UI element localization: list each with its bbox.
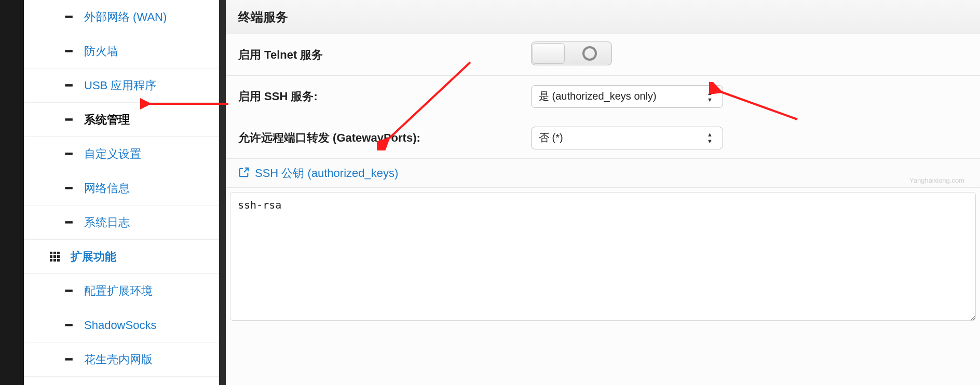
sidebar-item-system-admin[interactable]: ━ 系统管理 — [24, 103, 219, 137]
ssh-keys-textarea-wrap — [226, 188, 980, 323]
sidebar-group-label: 扩展功能 — [71, 249, 116, 265]
ssh-keys-textarea[interactable] — [230, 192, 976, 321]
sidebar-item-oray-phddns[interactable]: ━ 花生壳内网版 — [24, 342, 219, 377]
sidebar-item-config-ext-env[interactable]: ━ 配置扩展环境 — [24, 274, 219, 308]
ssh-select[interactable]: 是 (authorized_keys only) ▲▼ — [531, 85, 723, 108]
minus-icon: ━ — [61, 216, 76, 229]
gatewayports-label: 允许远程端口转发 (GatewayPorts): — [238, 130, 531, 146]
minus-icon: ━ — [61, 45, 76, 58]
row-gatewayports: 允许远程端口转发 (GatewayPorts): 否 (*) ▲▼ — [226, 117, 980, 159]
minus-icon: ━ — [61, 10, 76, 24]
svg-rect-6 — [50, 259, 52, 262]
sidebar-group-extensions[interactable]: 扩展功能 — [24, 240, 219, 274]
sidebar-item-label: 防火墙 — [84, 44, 118, 59]
minus-icon: ━ — [61, 182, 76, 195]
sidebar-item-label: 网络信息 — [84, 181, 130, 196]
row-ssh: 启用 SSH 服务: 是 (authorized_keys only) ▲▼ — [226, 76, 980, 117]
sidebar-item-label: 配置扩展环境 — [84, 283, 153, 299]
gatewayports-select-value: 否 (*) — [539, 131, 563, 145]
sidebar-item-network-info[interactable]: ━ 网络信息 — [24, 171, 219, 205]
minus-icon: ━ — [61, 319, 76, 332]
ssh-label: 启用 SSH 服务: — [238, 89, 531, 104]
row-telnet: 启用 Telnet 服务 — [226, 34, 980, 76]
sidebar-item-firewall[interactable]: ━ 防火墙 — [24, 34, 219, 68]
minus-icon: ━ — [61, 147, 76, 161]
sidebar-item-usb-apps[interactable]: ━ USB 应用程序 — [24, 68, 219, 103]
svg-rect-3 — [50, 255, 52, 258]
sidebar-item-label: 外部网络 (WAN) — [84, 9, 167, 25]
sidebar-item-system-log[interactable]: ━ 系统日志 — [24, 205, 219, 240]
sidebar-item-wan[interactable]: ━ 外部网络 (WAN) — [24, 0, 219, 34]
share-icon — [238, 167, 250, 181]
sidebar-item-label: 系统管理 — [84, 112, 130, 128]
grid-icon — [48, 252, 62, 262]
sidebar-item-label: ShadowSocks — [84, 319, 156, 332]
sidebar-item-label: 系统日志 — [84, 215, 130, 230]
sidebar-item-custom-settings[interactable]: ━ 自定义设置 — [24, 137, 219, 171]
chevron-updown-icon: ▲▼ — [707, 86, 717, 107]
svg-rect-7 — [53, 259, 56, 262]
gatewayports-select[interactable]: 否 (*) ▲▼ — [531, 127, 723, 149]
minus-icon: ━ — [61, 284, 76, 298]
ssh-keys-link[interactable]: SSH 公钥 (authorized_keys) — [255, 166, 398, 181]
minus-icon: ━ — [61, 113, 76, 127]
svg-rect-8 — [57, 259, 60, 262]
sidebar-item-label: 自定义设置 — [84, 146, 141, 162]
minus-icon: ━ — [61, 353, 76, 366]
svg-rect-0 — [50, 252, 52, 254]
watermark: Yanghaixiong.com — [909, 176, 964, 184]
sidebar-item-label: USB 应用程序 — [84, 78, 156, 93]
toggle-off-indicator-icon — [582, 46, 597, 61]
toggle-knob — [533, 43, 565, 64]
main-panel: 终端服务 启用 Telnet 服务 启用 SSH 服务: 是 (authoriz… — [226, 0, 980, 385]
chevron-updown-icon: ▲▼ — [707, 127, 717, 149]
minus-icon: ━ — [61, 79, 76, 92]
sidebar-item-shadowsocks[interactable]: ━ ShadowSocks — [24, 308, 219, 342]
svg-rect-5 — [57, 255, 60, 258]
panel-title: 终端服务 — [226, 0, 980, 34]
svg-rect-4 — [53, 255, 56, 258]
ssh-keys-section-header: SSH 公钥 (authorized_keys) Yanghaixiong.co… — [226, 159, 980, 188]
telnet-label: 启用 Telnet 服务 — [238, 47, 531, 63]
svg-rect-2 — [57, 252, 60, 254]
sidebar-item-label: 花生壳内网版 — [84, 352, 153, 367]
svg-rect-1 — [53, 252, 56, 254]
telnet-toggle[interactable] — [531, 42, 612, 65]
sidebar: ━ 外部网络 (WAN) ━ 防火墙 ━ USB 应用程序 ━ 系统管理 ━ 自… — [24, 0, 219, 385]
ssh-select-value: 是 (authorized_keys only) — [539, 89, 657, 103]
